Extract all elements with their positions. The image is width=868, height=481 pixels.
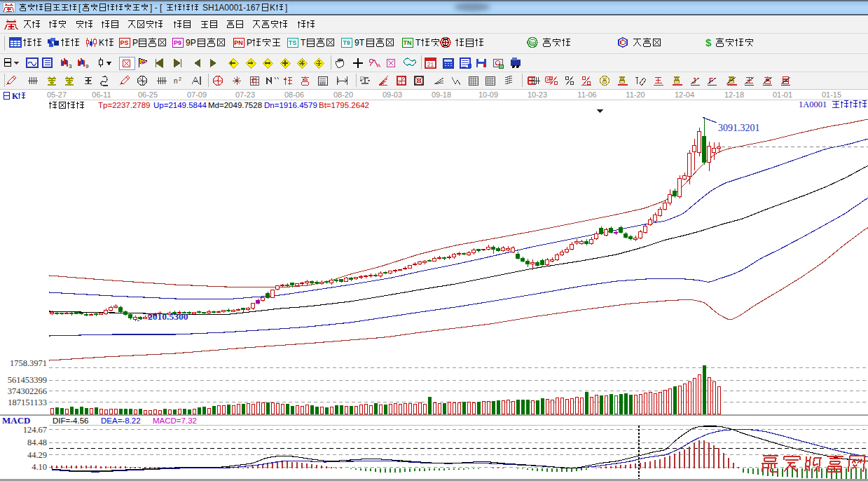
svg-text:124.67: 124.67 bbox=[23, 425, 47, 435]
svg-text:1A0001: 1A0001 bbox=[799, 100, 827, 109]
svg-text:P9: P9 bbox=[174, 39, 181, 46]
svg-text:K: K bbox=[12, 91, 19, 101]
svg-text:2: 2 bbox=[179, 76, 181, 81]
svg-text:T9: T9 bbox=[343, 39, 350, 46]
svg-text:T: T bbox=[415, 38, 421, 48]
svg-text:374302266: 374302266 bbox=[8, 386, 47, 396]
svg-text:21: 21 bbox=[427, 61, 434, 68]
svg-text:44.29: 44.29 bbox=[27, 450, 47, 460]
svg-text:01-01: 01-01 bbox=[773, 90, 792, 99]
svg-text:09-18: 09-18 bbox=[432, 90, 451, 99]
svg-text:9T: 9T bbox=[354, 38, 365, 48]
svg-text:A: A bbox=[377, 62, 381, 69]
svg-text:DEA=-8.22: DEA=-8.22 bbox=[101, 416, 141, 425]
svg-text:11-20: 11-20 bbox=[626, 90, 645, 99]
svg-text:12-04: 12-04 bbox=[675, 90, 694, 99]
svg-text:12-18: 12-18 bbox=[724, 90, 744, 99]
svg-text:Bt=1795.2642: Bt=1795.2642 bbox=[319, 101, 369, 109]
svg-text:$: $ bbox=[705, 36, 712, 48]
svg-text:07-09: 07-09 bbox=[187, 90, 207, 99]
svg-text:TN: TN bbox=[404, 39, 412, 46]
svg-text:MACD=7.32: MACD=7.32 bbox=[153, 416, 197, 425]
svg-text:09-03: 09-03 bbox=[383, 90, 402, 99]
svg-text:3: 3 bbox=[69, 63, 72, 69]
svg-text:3091.3201: 3091.3201 bbox=[718, 123, 760, 133]
svg-text:F: F bbox=[709, 77, 713, 85]
svg-text:06-11: 06-11 bbox=[92, 90, 111, 99]
svg-text:DIF=-4.56: DIF=-4.56 bbox=[53, 416, 88, 425]
svg-text:84.48: 84.48 bbox=[27, 438, 47, 447]
svg-text:2010.5300: 2010.5300 bbox=[148, 311, 188, 322]
svg-text:K: K bbox=[270, 3, 275, 13]
svg-text:123: 123 bbox=[319, 81, 326, 86]
svg-text:07-23: 07-23 bbox=[235, 90, 255, 99]
svg-text:] - [: ] - [ bbox=[150, 3, 163, 13]
svg-text:PS: PS bbox=[120, 39, 128, 46]
svg-text:561453399: 561453399 bbox=[8, 375, 47, 385]
svg-text:1758.3971: 1758.3971 bbox=[10, 358, 47, 368]
svg-text:08-06: 08-06 bbox=[284, 90, 304, 99]
svg-text:K: K bbox=[99, 38, 104, 48]
svg-text:Md=2049.7528: Md=2049.7528 bbox=[208, 101, 262, 109]
svg-text:]: ] bbox=[285, 3, 287, 13]
svg-text:9: 9 bbox=[85, 63, 89, 69]
svg-text:PN: PN bbox=[234, 39, 243, 46]
svg-text:4.10: 4.10 bbox=[32, 462, 47, 472]
svg-text:08-20: 08-20 bbox=[333, 90, 353, 99]
svg-text:187151133: 187151133 bbox=[8, 398, 47, 407]
svg-text:Big: Big bbox=[529, 41, 536, 46]
svg-text:T: T bbox=[301, 38, 306, 48]
svg-text:9P: 9P bbox=[186, 38, 196, 48]
svg-text:Up=2149.5844: Up=2149.5844 bbox=[153, 101, 207, 109]
svg-text:01-15: 01-15 bbox=[822, 90, 841, 99]
svg-text:05-27: 05-27 bbox=[47, 90, 67, 99]
svg-text:n: n bbox=[174, 77, 178, 85]
svg-text:P: P bbox=[247, 38, 252, 48]
svg-text:Tp=2237.2789: Tp=2237.2789 bbox=[98, 101, 151, 109]
svg-text:11-06: 11-06 bbox=[577, 90, 596, 99]
svg-text:06-25: 06-25 bbox=[138, 90, 158, 99]
svg-text:P: P bbox=[132, 38, 138, 48]
svg-text:10-23: 10-23 bbox=[528, 90, 547, 99]
svg-text:10-09: 10-09 bbox=[478, 90, 498, 99]
svg-text:TS: TS bbox=[289, 39, 297, 46]
svg-text:Dn=1916.4579: Dn=1916.4579 bbox=[264, 101, 317, 109]
svg-text:SH1A0001-167: SH1A0001-167 bbox=[202, 3, 260, 13]
